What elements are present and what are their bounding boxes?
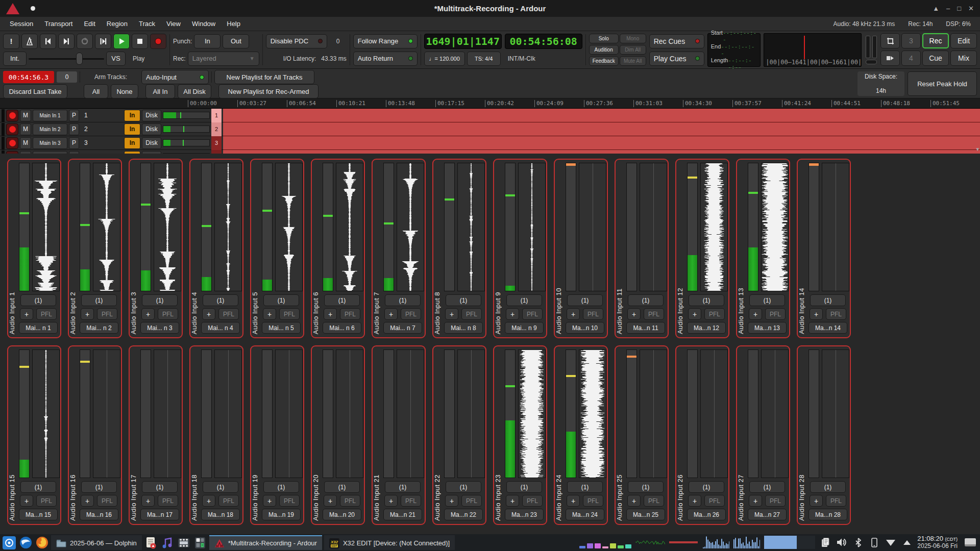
disable-pdc-button[interactable]: Disable PDC <box>266 34 327 48</box>
close-icon[interactable]: ✕ <box>968 5 974 12</box>
recorder-page-button[interactable]: Rec <box>922 33 949 48</box>
channel-name-button[interactable]: Ma...n 23 <box>505 509 544 520</box>
discard-last-take-button[interactable]: Discard Last Take <box>3 84 67 98</box>
channel-name-button[interactable]: Ma...n 28 <box>808 509 847 520</box>
channel-name-button[interactable]: Mai... n 2 <box>80 322 118 334</box>
input-group-button[interactable]: (1) <box>385 294 421 306</box>
sync-source-button[interactable]: Int. <box>3 52 27 66</box>
add-track-button[interactable]: + <box>141 495 155 507</box>
auto-return-button[interactable]: Auto Return <box>353 52 418 66</box>
pfl-button[interactable]: PFL <box>826 495 846 507</box>
add-track-button[interactable]: + <box>384 495 398 507</box>
input-group-button[interactable]: (1) <box>142 294 178 306</box>
channel-name-button[interactable]: Ma...n 25 <box>626 509 665 520</box>
pfl-button[interactable]: PFL <box>704 495 725 507</box>
menu-track[interactable]: Track <box>133 20 161 28</box>
recorder-timecode[interactable]: 00:54:56.3 <box>3 71 54 83</box>
tray-expand-icon[interactable] <box>901 536 913 549</box>
track-mute-button[interactable]: M <box>20 110 31 121</box>
cue-page-button[interactable]: Cue <box>922 51 949 66</box>
track-mute-button[interactable]: M <box>20 123 31 135</box>
add-track-button[interactable]: + <box>384 308 398 320</box>
track-mute-button[interactable]: M <box>20 151 31 154</box>
recording-region[interactable] <box>223 136 980 150</box>
tempo-button[interactable]: ♩= 120.000 <box>424 52 465 66</box>
task-x32-edit[interactable]: X32EDIT X32 EDIT [Device: (Not Connected… <box>324 535 455 550</box>
feedback-button[interactable]: Feedback <box>589 56 619 66</box>
input-group-button[interactable]: (1) <box>81 294 117 306</box>
stop-button[interactable] <box>132 34 148 49</box>
shuttle-handle[interactable] <box>76 53 83 65</box>
add-track-button[interactable]: + <box>810 308 823 320</box>
track-playlist-button[interactable]: P <box>69 110 79 121</box>
play-cues-button[interactable]: Play Cues <box>649 52 704 66</box>
mute-all-button[interactable]: Mute All <box>620 56 646 66</box>
goto-start-button[interactable] <box>40 34 56 49</box>
punch-out-button[interactable]: Out <box>223 34 249 48</box>
pfl-button[interactable]: PFL <box>461 308 482 320</box>
channel-name-button[interactable]: Ma...n 21 <box>383 509 422 520</box>
input-group-button[interactable]: (1) <box>628 294 664 306</box>
track-input-button[interactable]: In <box>124 110 140 121</box>
channel-name-button[interactable]: Ma...n 15 <box>19 509 58 520</box>
track-rec-arm-button[interactable] <box>6 151 18 154</box>
channel-name-button[interactable]: Ma...n 11 <box>626 322 665 334</box>
add-track-button[interactable]: + <box>202 308 215 320</box>
app-launcher-icon[interactable] <box>2 536 16 550</box>
varispeed-button[interactable]: VS <box>106 52 126 66</box>
track-disk-button[interactable]: Disk <box>142 151 161 154</box>
channel-name-button[interactable]: Ma...n 26 <box>687 509 726 520</box>
input-group-button[interactable]: (1) <box>749 294 785 306</box>
clipboard-icon[interactable] <box>819 536 831 549</box>
track-disk-button[interactable]: Disk <box>142 123 161 135</box>
timeline-ruler[interactable]: 00:00:0000:03:2700:06:5400:10:2100:13:48… <box>0 98 980 109</box>
channel-name-button[interactable]: Mai... n 3 <box>140 322 179 334</box>
pfl-button[interactable]: PFL <box>279 495 300 507</box>
loop-button[interactable] <box>77 34 93 49</box>
add-track-button[interactable]: + <box>20 308 33 320</box>
pfl-button[interactable]: PFL <box>158 308 178 320</box>
menu-transport[interactable]: Transport <box>39 20 78 28</box>
input-group-button[interactable]: (1) <box>385 481 421 493</box>
channel-name-button[interactable]: Ma...n 13 <box>748 322 787 334</box>
dim-all-button[interactable]: Dim All <box>620 45 646 55</box>
input-group-button[interactable]: (1) <box>324 481 360 493</box>
rec-cues-button[interactable]: Rec Cues <box>649 34 704 48</box>
pfl-button[interactable]: PFL <box>522 308 543 320</box>
bbt-clock[interactable]: 1649|01|1147 <box>424 34 502 49</box>
calculator-app-icon[interactable]: = <box>193 536 207 550</box>
record-button[interactable] <box>150 34 166 49</box>
input-group-button[interactable]: (1) <box>689 481 724 493</box>
add-track-button[interactable]: + <box>810 495 823 507</box>
add-track-button[interactable]: + <box>324 308 337 320</box>
add-track-button[interactable]: + <box>324 495 337 507</box>
input-group-button[interactable]: (1) <box>20 481 56 493</box>
pfl-button[interactable]: PFL <box>401 495 421 507</box>
channel-name-button[interactable]: Ma...n 12 <box>687 322 726 334</box>
shuttle-slider[interactable] <box>29 52 104 66</box>
input-group-button[interactable]: (1) <box>142 481 178 493</box>
track-playlist-button[interactable]: P <box>69 151 79 154</box>
add-track-button[interactable]: + <box>506 308 519 320</box>
track-rec-arm-button[interactable] <box>6 123 18 135</box>
track-name-button[interactable]: Main In 4 <box>33 151 67 154</box>
input-group-button[interactable]: (1) <box>81 481 117 493</box>
arm-all-button[interactable]: All <box>84 84 108 98</box>
track-rec-arm-button[interactable] <box>6 110 18 121</box>
solo-button[interactable]: Solo <box>589 34 619 43</box>
selection-tool-button[interactable] <box>880 33 900 48</box>
track-name-button[interactable]: Main In 1 <box>33 110 67 121</box>
channel-name-button[interactable]: Ma...n 20 <box>323 509 361 520</box>
pfl-button[interactable]: PFL <box>401 308 421 320</box>
input-group-button[interactable]: (1) <box>567 294 603 306</box>
add-track-button[interactable]: + <box>20 495 33 507</box>
new-playlist-rec-armed-button[interactable]: New Playlist for Rec-Armed <box>218 84 318 98</box>
channel-name-button[interactable]: Ma...n 10 <box>566 322 604 334</box>
firefox-icon[interactable] <box>35 536 49 550</box>
channel-name-button[interactable]: Mai... n 6 <box>323 322 361 334</box>
range-end-value[interactable]: --:--:--:-- <box>721 43 757 57</box>
pfl-button[interactable]: PFL <box>826 308 846 320</box>
channel-name-button[interactable]: Mai... n 1 <box>19 322 58 334</box>
task-dolphin[interactable]: 2025-06-06 — Dolphin <box>51 535 142 550</box>
channel-name-button[interactable]: Ma...n 16 <box>80 509 118 520</box>
